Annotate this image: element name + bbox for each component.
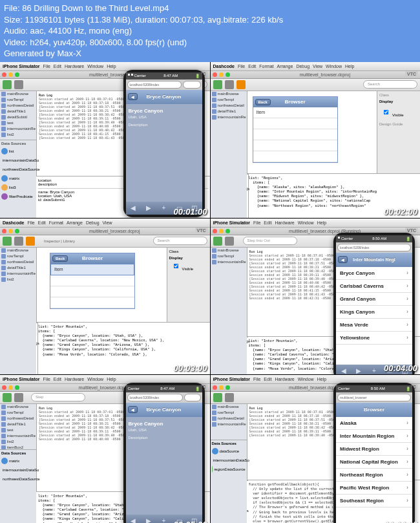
zoom-icon[interactable] <box>15 72 19 77</box>
list-item[interactable]: Southeast Region› <box>336 495 412 507</box>
nav-bar: ◀Bryce Canyon <box>126 90 202 104</box>
frame-6: iPhone SimulatorFileEditHardwareWindowHe… <box>211 375 421 523</box>
list-item[interactable]: Inter Mountain Region› <box>336 430 412 443</box>
list-item[interactable]: National Capital Region› <box>336 456 412 469</box>
frame-4: iPhone SimulatorFileEditHardwareWindowHe… <box>211 219 421 374</box>
frame-3: DashcodeFileEditFormatArrangeDebugView V… <box>0 219 210 374</box>
outline-sidebar: mainBrowserowTemplnorthwestDetaildetailT… <box>211 91 247 218</box>
datasource-item[interactable]: filterPredicate <box>0 192 36 201</box>
close-icon[interactable] <box>2 72 6 77</box>
code-editor[interactable]: list: "Regions", items: [ {name: "Alaska… <box>247 174 421 210</box>
pause-icon[interactable] <box>14 80 23 89</box>
iphone-simulator: Carrier8:47 AM🔋 localhost:5208/index ◀Br… <box>123 70 205 217</box>
file-line: File: 86 Drilling Down to the Third Leve… <box>4 3 416 14</box>
datasource-item[interactable]: intermountainDataSo <box>0 156 36 165</box>
list-item[interactable]: Item <box>253 107 337 118</box>
frame-2: DashcodeFileEditFormatArrangeDebugViewWi… <box>211 62 421 218</box>
datasource-item[interactable]: list <box>0 147 36 156</box>
list-item[interactable]: Kings Canyon› <box>336 306 412 319</box>
list-item[interactable]: Yellowstone› <box>336 332 412 345</box>
menu-item[interactable]: Edit <box>54 64 61 69</box>
datasources-panel: Data Sources list intermountainDataSo no… <box>0 140 37 198</box>
forward-icon[interactable]: ▶ <box>144 204 153 212</box>
menu-item[interactable]: File <box>43 64 50 69</box>
menu-item[interactable]: Window <box>87 64 103 69</box>
minimize-icon[interactable] <box>8 72 13 77</box>
sidebar-item[interactable]: test <box>0 120 36 126</box>
url-bar: localhost:5208/index <box>126 80 202 90</box>
video-line: Video: h264, yuv420p, 800x600, 8.00 fps(… <box>4 37 416 48</box>
file-info-header: File: 86 Drilling Down to the Third Leve… <box>0 0 420 62</box>
frame-5: iPhone SimulatorFileEditHardwareWindowHe… <box>0 375 210 523</box>
list-item[interactable]: Bryce Canyon› <box>336 267 412 280</box>
timestamp: 00:01:00 <box>173 207 207 217</box>
url-field[interactable]: localhost:5208/index <box>127 81 182 89</box>
back-button[interactable]: ◀ <box>338 256 348 263</box>
frame-1: iPhone SimulatorFileEditHardwareWindowHe… <box>0 62 210 218</box>
add-icon[interactable]: + <box>159 204 168 212</box>
pause-icon[interactable] <box>225 80 234 89</box>
back-icon[interactable]: ◀ <box>129 204 138 212</box>
run-icon[interactable] <box>3 80 12 89</box>
sidebar-item[interactable]: list2 <box>0 132 36 138</box>
search-field[interactable] <box>183 81 201 89</box>
datasource-item[interactable]: northwestDataSource <box>0 165 36 174</box>
sidebar-item[interactable]: intermountainRe <box>0 126 36 132</box>
sidebar-item[interactable]: mainBrowse <box>0 91 36 97</box>
thumbnail-grid: iPhone SimulatorFileEditHardwareWindowHe… <box>0 62 420 523</box>
visible-checkbox[interactable] <box>384 109 389 114</box>
generated-line: Generated by Max-X <box>4 48 416 59</box>
audio-line: Audio: aac, 44100 Hz, mono (eng) <box>4 25 416 37</box>
list-item[interactable]: Grand Canyon› <box>336 293 412 306</box>
datasource-item[interactable]: matrix <box>0 174 36 183</box>
menu-item[interactable]: Hardware <box>65 64 84 69</box>
list-item[interactable]: Northeast Region› <box>336 469 412 482</box>
datasource-item[interactable]: list3 <box>0 183 36 192</box>
list-item[interactable]: Carlsbad Caverns› <box>336 280 412 293</box>
list-view: Bryce Canyon› Carlsbad Caverns› Grand Ca… <box>336 267 412 365</box>
sidebar-item[interactable]: rowTempl <box>0 97 36 103</box>
back-button[interactable]: Back <box>255 99 271 105</box>
view-icon[interactable] <box>236 80 246 89</box>
menu-item[interactable]: Help <box>107 64 116 69</box>
sidebar-item[interactable]: detailSubtitl <box>0 114 36 120</box>
list-item[interactable]: Midwest Region› <box>336 443 412 456</box>
sidebar-item[interactable]: northwestDetail <box>0 103 36 109</box>
size-line: Size: 11936101 bytes (11.38 MiB), durati… <box>4 14 416 26</box>
detail-view: Bryce Canyon Utah, USA Description <box>126 104 202 202</box>
back-button[interactable]: ◀ <box>128 93 138 100</box>
code-editor[interactable]: list: "Inter Mountain", items: [ {name: … <box>36 323 210 359</box>
list-item[interactable]: Mesa Verde› <box>336 319 412 332</box>
status-bar: Carrier8:47 AM🔋 <box>126 72 202 80</box>
sidebar-item[interactable]: detailTitle1 <box>0 109 36 114</box>
run-icon[interactable] <box>213 80 222 89</box>
list-item[interactable]: Alaska› <box>336 417 412 430</box>
list-item[interactable]: Pacific West Region› <box>336 482 412 495</box>
